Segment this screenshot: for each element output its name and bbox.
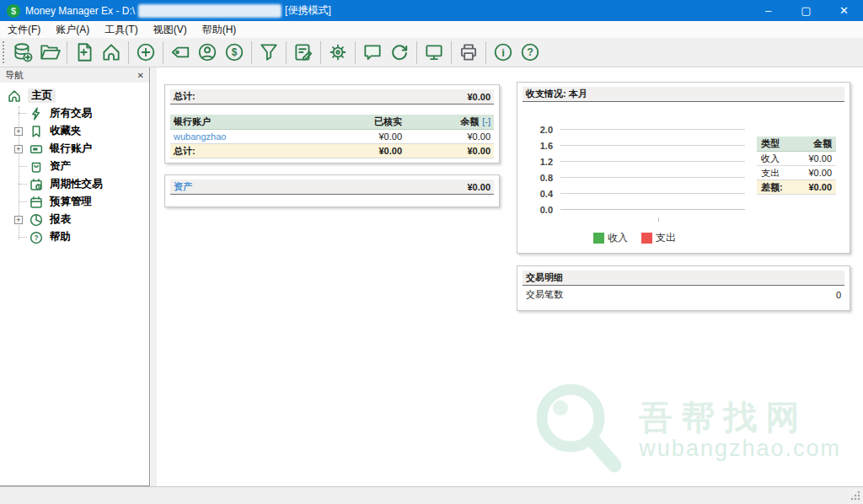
toolbar-grip[interactable] — [3, 41, 6, 63]
svg-text:?: ? — [527, 46, 533, 58]
expand-icon[interactable]: + — [14, 145, 23, 153]
gridline — [560, 193, 745, 194]
maximize-button[interactable]: ▢ — [787, 0, 825, 21]
assets-link[interactable]: 资产 — [174, 180, 192, 193]
close-button[interactable]: ✕ — [825, 0, 863, 21]
check-updates-button[interactable] — [386, 40, 413, 65]
resize-grip[interactable] — [850, 490, 861, 501]
accounts-total-row: 总计: ¥0.00 ¥0.00 — [170, 144, 494, 158]
account-row: wubangzhao ¥0.00 ¥0.00 — [170, 130, 494, 144]
svg-text:$: $ — [232, 46, 238, 58]
lightning-icon — [29, 106, 44, 121]
new-transaction-button[interactable] — [132, 40, 159, 65]
grand-total-value: ¥0.00 — [467, 92, 490, 102]
accounts-total-balance: ¥0.00 — [402, 146, 490, 156]
sidebar-item-favorites[interactable]: + 收藏夹 — [0, 122, 149, 140]
menu-accounts[interactable]: 账户(A) — [48, 21, 97, 38]
navigation-panel-header: 导航 ✕ — [0, 67, 149, 83]
expand-icon[interactable]: + — [14, 216, 23, 224]
print-button[interactable] — [455, 40, 482, 65]
refresh-icon — [389, 41, 410, 63]
menu-tools[interactable]: 工具(T) — [97, 21, 145, 38]
home-page-button[interactable] — [98, 40, 125, 65]
income-expense-panel: 收支情况: 本月 2.0 1.6 1.2 0.8 0.4 0.0 收入 支出 类… — [517, 82, 850, 254]
sidebar-item-help[interactable]: ? 帮助 — [0, 228, 149, 246]
tree-stub — [19, 166, 27, 167]
account-balance-value: ¥0.00 — [402, 131, 490, 142]
svg-text:?: ? — [34, 234, 38, 242]
income-swatch — [593, 233, 604, 244]
collapse-link[interactable]: [-] — [482, 116, 490, 126]
sidebar-item-assets[interactable]: 资产 — [0, 158, 149, 175]
account-name-link[interactable]: wubangzhao — [174, 131, 301, 142]
navigation-close-icon[interactable]: ✕ — [137, 71, 144, 80]
redacted-file-path — [138, 4, 281, 18]
x-axis-line — [560, 209, 745, 210]
watermark-domain: wubangzhao.com — [639, 436, 841, 462]
gridline — [560, 145, 745, 146]
bank-card-icon — [29, 142, 44, 157]
home-page-content: 吾帮找网 wubangzhao.com 总计: ¥0.00 银行账户 已核实 余… — [151, 67, 863, 486]
minimize-button[interactable]: – — [749, 0, 787, 21]
toolbar: $ i ? — [0, 38, 863, 67]
x-axis-tick — [658, 217, 659, 222]
file-add-icon — [73, 41, 95, 63]
settings-button[interactable] — [324, 40, 351, 65]
toolbar-separator — [451, 41, 452, 64]
transactions-count-label: 交易笔数 — [526, 288, 836, 301]
new-database-button[interactable] — [9, 40, 36, 65]
about-button[interactable]: i — [490, 40, 517, 65]
sidebar-item-label: 周期性交易 — [50, 177, 103, 191]
chart-legend: 收入 支出 — [593, 231, 745, 245]
menu-bar: 文件(F) 账户(A) 工具(T) 视图(V) 帮助(H) — [0, 21, 863, 38]
income-expense-header: 收支情况: 本月 — [523, 87, 844, 102]
edit-note-icon — [292, 41, 314, 63]
transactions-detail-header: 交易明细 — [523, 271, 844, 286]
accounts-table-header: 银行账户 已核实 余额[-] — [170, 115, 494, 130]
accounts-total-reconciled: ¥0.00 — [301, 146, 402, 156]
general-report-button[interactable] — [290, 40, 317, 65]
tree-stub — [19, 201, 27, 202]
tree-stub — [19, 113, 27, 114]
sidebar-item-recurring-transactions[interactable]: 周期性交易 — [0, 175, 149, 193]
new-account-button[interactable] — [71, 40, 98, 65]
menu-file[interactable]: 文件(F) — [0, 21, 48, 38]
tree-stub — [19, 184, 27, 185]
home-icon — [7, 88, 22, 104]
open-database-button[interactable] — [36, 40, 63, 65]
sidebar-item-label: 收藏夹 — [50, 124, 82, 138]
menu-help[interactable]: 帮助(H) — [195, 21, 244, 38]
plus-circle-icon — [135, 41, 157, 63]
currencies-button[interactable]: $ — [221, 40, 248, 65]
assets-row: 资产 ¥0.00 — [170, 180, 494, 195]
app-window: $ Money Manager Ex - D:\ [便携模式] – ▢ ✕ 文件… — [0, 0, 863, 504]
status-bar — [0, 486, 863, 504]
categories-button[interactable] — [167, 40, 194, 65]
feedback-button[interactable] — [359, 40, 386, 65]
splitter[interactable] — [151, 67, 157, 486]
payees-button[interactable] — [194, 40, 221, 65]
sidebar-item-bank-accounts[interactable]: + 银行账户 — [0, 140, 149, 158]
filter-icon — [258, 41, 280, 63]
expand-icon[interactable]: + — [14, 127, 23, 136]
speech-bubble-icon — [362, 41, 383, 63]
sidebar-item-label: 报表 — [50, 212, 71, 227]
sidebar-item-reports[interactable]: + 报表 — [0, 211, 149, 228]
transaction-filter-button[interactable] — [255, 40, 282, 65]
dollar-circle-icon: $ — [223, 41, 245, 63]
difference-row: 差额: ¥0.00 — [757, 180, 836, 195]
transactions-detail-title: 交易明细 — [526, 271, 563, 284]
sidebar-item-all-transactions[interactable]: 所有交易 — [0, 105, 149, 122]
sidebar-item-label: 银行账户 — [50, 142, 92, 156]
budget-calendar-icon — [29, 195, 44, 210]
window-title-mode: [便携模式] — [285, 3, 331, 18]
y-tick: 1.2 — [528, 157, 553, 167]
app-icon: $ — [7, 4, 20, 18]
menu-view[interactable]: 视图(V) — [146, 21, 195, 38]
sidebar-item-budget[interactable]: 预算管理 — [0, 193, 149, 211]
help-button[interactable]: ? — [517, 40, 544, 65]
sidebar-item-home[interactable]: 主页 — [0, 87, 149, 105]
legend-income: 收入 — [593, 231, 628, 245]
full-screen-button[interactable] — [421, 40, 448, 65]
svg-text:i: i — [501, 46, 505, 59]
